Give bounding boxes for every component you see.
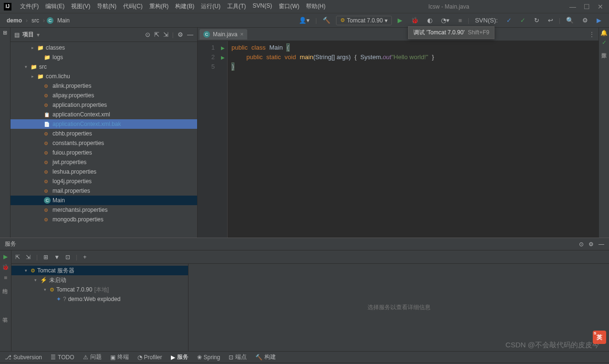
menu-5[interactable]: 重构(R) bbox=[147, 1, 172, 11]
profile-button[interactable]: ◔▾ bbox=[438, 16, 452, 25]
tree-item[interactable]: 📄applicationContext.xml.bak bbox=[10, 119, 197, 129]
settings-icon[interactable]: ⚙ bbox=[579, 16, 591, 25]
inspection-ok-icon[interactable]: ✓ bbox=[602, 39, 607, 46]
bottom-终端[interactable]: ▣ 终端 bbox=[110, 353, 129, 361]
expand-all-icon[interactable]: ⇱ bbox=[154, 31, 159, 38]
close-icon[interactable]: ✕ bbox=[598, 3, 603, 10]
debug-button[interactable]: 🐞 调试 'Tomcat 7.0.90' Shift+F9 bbox=[408, 16, 421, 25]
project-tool-icon[interactable]: ⊞ bbox=[3, 30, 7, 36]
rollback-icon[interactable]: ↩ bbox=[545, 16, 556, 25]
tree-status[interactable]: ▾⚡ 未启动 bbox=[11, 275, 188, 285]
tab-label: Main.java bbox=[213, 31, 237, 38]
tree-item[interactable]: ⚙constants.properties bbox=[10, 138, 197, 148]
hide-icon[interactable]: — bbox=[598, 241, 604, 248]
stop-button[interactable]: ■ bbox=[455, 16, 465, 25]
tree-item[interactable]: ⚙leshua.properties bbox=[10, 167, 197, 177]
debug-button[interactable]: 🐞 bbox=[2, 264, 9, 270]
tree-item[interactable]: ▸📁com.lichu bbox=[10, 72, 197, 81]
menu-1[interactable]: 编辑(E) bbox=[42, 1, 67, 11]
menu-7[interactable]: 运行(U) bbox=[198, 1, 223, 11]
bottom-Profiler[interactable]: ◔ Profiler bbox=[137, 354, 162, 361]
ime-badge[interactable]: S英 bbox=[593, 331, 606, 344]
run-gutter-icon[interactable]: ▶ bbox=[219, 52, 227, 62]
run-button[interactable]: ▶ bbox=[3, 253, 8, 260]
add-icon[interactable]: + bbox=[83, 254, 86, 260]
hide-icon[interactable]: — bbox=[187, 31, 193, 38]
breadcrumb-root[interactable]: demo bbox=[5, 16, 24, 25]
editor-area: C Main.java × ⋮ 1 2 5 ▶ ▶ public class M… bbox=[198, 28, 598, 238]
notifications-icon[interactable]: 🔔 bbox=[600, 30, 608, 36]
run-button[interactable]: ▶ bbox=[395, 16, 405, 25]
close-icon[interactable]: × bbox=[240, 31, 243, 38]
ide-icon[interactable]: ▶ bbox=[594, 16, 604, 25]
tree-item[interactable]: ▸📁classes bbox=[10, 43, 197, 52]
build-icon[interactable]: 🔨 bbox=[320, 16, 333, 25]
run-gutter-icon[interactable]: ▶ bbox=[219, 43, 227, 52]
menu-2[interactable]: 视图(V) bbox=[68, 1, 93, 11]
menu-10[interactable]: 窗口(W) bbox=[276, 1, 302, 11]
history-icon[interactable]: ↻ bbox=[531, 16, 542, 25]
tree-item[interactable]: 📋applicationContext.xml bbox=[10, 110, 197, 119]
tree-artifact[interactable]: ✦? demo:Web exploded bbox=[11, 294, 188, 304]
bottom-问题[interactable]: ⚠ 问题 bbox=[83, 353, 102, 361]
coverage-button[interactable]: ◐ bbox=[424, 16, 435, 25]
tree-item[interactable]: ⚙mail.properties bbox=[10, 186, 197, 196]
bottom-TODO[interactable]: ☰ TODO bbox=[51, 354, 74, 361]
menu-11[interactable]: 帮助(H) bbox=[303, 1, 328, 11]
menu-6[interactable]: 构建(B) bbox=[172, 1, 197, 11]
breadcrumb-src[interactable]: src bbox=[30, 16, 41, 25]
code-editor[interactable]: public class Main { public static void m… bbox=[227, 41, 598, 238]
tree-item[interactable]: ⚙merchantsi.properties bbox=[10, 205, 197, 215]
svn-commit-icon[interactable]: ✓ bbox=[517, 16, 528, 25]
tree-item[interactable]: 📁logs bbox=[10, 52, 197, 62]
search-icon[interactable]: 🔍 bbox=[563, 16, 577, 25]
svn-update-icon[interactable]: ✓ bbox=[504, 16, 514, 25]
layout-icon[interactable]: ⊡ bbox=[65, 254, 70, 260]
menu-8[interactable]: 工具(T) bbox=[224, 1, 249, 11]
group-icon[interactable]: ⊞ bbox=[43, 254, 48, 260]
filter-icon[interactable]: ▼ bbox=[54, 254, 60, 260]
user-icon[interactable]: 👤▾ bbox=[296, 16, 313, 25]
bottom-Spring[interactable]: ❀ Spring bbox=[197, 354, 220, 361]
tree-item[interactable]: ⚙alink.properties bbox=[10, 81, 197, 91]
tree-item[interactable]: ⚙mongodb.properties bbox=[10, 215, 197, 224]
tree-item[interactable]: ⚙cbhb.properties bbox=[10, 129, 197, 138]
services-tree[interactable]: ▾⚙ Tomcat 服务器 ▾⚡ 未启动 ▾⚙ Tomcat 7.0.90 [本… bbox=[11, 264, 188, 351]
menu-0[interactable]: 文件(F) bbox=[17, 1, 42, 11]
minimize-icon[interactable]: — bbox=[569, 3, 576, 10]
menu-4[interactable]: 代码(C) bbox=[120, 1, 146, 11]
tree-item[interactable]: ⚙alipay.properties bbox=[10, 91, 197, 100]
bottom-构建[interactable]: 🔨 构建 bbox=[255, 353, 276, 361]
tree-server[interactable]: ▾⚙ Tomcat 7.0.90 [本地] bbox=[11, 285, 188, 294]
collapse-icon[interactable]: ⇲ bbox=[26, 254, 31, 260]
menu-9[interactable]: SVN(S) bbox=[250, 1, 275, 11]
gear-icon[interactable]: ⚙ bbox=[588, 241, 594, 248]
tree-item[interactable]: ⚙log4j.properties bbox=[10, 177, 197, 186]
tree-item[interactable]: ⚙fuiou.properties bbox=[10, 148, 197, 157]
run-config-selector[interactable]: ⚙ Tomcat 7.0.90 ▾ bbox=[336, 16, 392, 25]
tree-item[interactable]: CMain bbox=[10, 196, 197, 205]
bottom-端点[interactable]: ⊡ 端点 bbox=[229, 353, 247, 361]
services-title: 服务 bbox=[5, 240, 579, 248]
project-tree[interactable]: ▸📁classes📁logs▾📁src▸📁com.lichu⚙alink.pro… bbox=[10, 42, 197, 238]
tab-menu-icon[interactable]: ⋮ bbox=[589, 31, 595, 38]
tree-tomcat-root[interactable]: ▾⚙ Tomcat 服务器 bbox=[11, 266, 188, 275]
tab-main-java[interactable]: C Main.java × bbox=[200, 29, 247, 40]
locate-icon[interactable]: ⊙ bbox=[579, 241, 584, 248]
window-title: lcsw - Main.java bbox=[328, 3, 569, 10]
stop-button[interactable]: ■ bbox=[4, 274, 7, 281]
menu-3[interactable]: 导航(N) bbox=[94, 1, 119, 11]
locate-icon[interactable]: ⊙ bbox=[145, 31, 150, 38]
tree-item[interactable]: ⚙jwt.properties bbox=[10, 157, 197, 167]
svn-label: SVN(S): bbox=[472, 16, 501, 25]
maximize-icon[interactable]: ☐ bbox=[584, 3, 590, 10]
tree-item[interactable]: ▾📁src bbox=[10, 62, 197, 72]
gear-icon[interactable]: ⚙ bbox=[178, 31, 183, 38]
chevron-down-icon[interactable]: ▾ bbox=[37, 31, 40, 38]
breadcrumb-file[interactable]: Main bbox=[55, 16, 72, 25]
collapse-all-icon[interactable]: ⇲ bbox=[163, 31, 168, 38]
tree-item[interactable]: ⚙application.properties bbox=[10, 100, 197, 110]
bottom-Subversion[interactable]: ⎇ Subversion bbox=[5, 354, 42, 361]
expand-icon[interactable]: ⇱ bbox=[15, 254, 20, 260]
bottom-服务[interactable]: ▶ 服务 bbox=[171, 353, 189, 361]
